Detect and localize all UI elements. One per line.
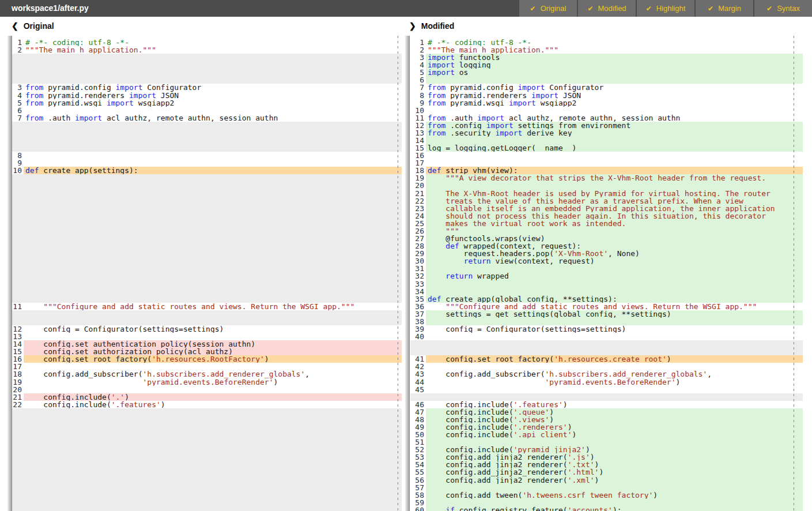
- diff-row: 55 config.add_jinja2_renderer('.html'): [410, 468, 803, 476]
- diff-row: 8: [12, 152, 402, 159]
- code-text: [426, 182, 803, 189]
- line-number: 42: [410, 363, 426, 370]
- pane-header-modified: ❯Modified: [409, 17, 454, 36]
- code-text: [426, 318, 803, 325]
- toggle-margin-button[interactable]: ✔ Margin: [696, 0, 753, 17]
- diff-row: 36 """Configure and add static routes an…: [410, 303, 803, 310]
- diff-row: 25 makes the virtual root work as intend…: [410, 220, 803, 227]
- diff-row: 19 """A view decorator that strips the X…: [410, 174, 803, 182]
- diff-row: 44 'pyramid.events.BeforeRender'): [410, 378, 803, 386]
- diff-row: 9from pyramid.wsgi import wsgiapp2: [410, 99, 803, 107]
- code-text: import logging: [426, 61, 803, 69]
- diff-row: 20: [410, 182, 803, 189]
- code-text: from pyramid.renderers import JSON: [426, 92, 803, 99]
- diff-row: 3import functools: [410, 54, 803, 61]
- code-text: from .auth import acl_authz, remote_auth…: [24, 114, 402, 122]
- filler-row: [410, 393, 803, 401]
- line-number: 59: [410, 499, 426, 506]
- check-icon: ✔: [587, 5, 593, 13]
- diff-row: 7from pyramid.config import Configurator: [410, 84, 803, 91]
- diff-row: 48 config.include('.views'): [410, 416, 803, 423]
- line-number: 25: [410, 220, 426, 227]
- line-number: 55: [410, 468, 426, 476]
- line-number: 22: [12, 401, 24, 408]
- diff-row: 5from pyramid.wsgi import wsgiapp2: [12, 99, 402, 107]
- code-text: [24, 333, 402, 340]
- line-number: 9: [410, 99, 426, 107]
- code-text: config.set_authorization_policy(acl_auth…: [24, 348, 402, 355]
- diff-row: 38: [410, 318, 803, 325]
- code-text: [426, 499, 803, 506]
- button-label: Highlight: [656, 4, 686, 13]
- line-number: 60: [410, 506, 426, 511]
- line-number: 8: [410, 92, 426, 99]
- toggle-syntax-button[interactable]: ✔ Syntax: [754, 0, 812, 17]
- diff-row: 19 'pyramid.events.BeforeRender'): [12, 378, 402, 386]
- filler-row: [12, 318, 402, 325]
- filler-row: [12, 227, 402, 235]
- diff-row: 23 callable itself is an embedded Pyrami…: [410, 205, 803, 212]
- button-label: Syntax: [777, 4, 800, 13]
- diff-row: 12from .config import settings_from_envi…: [410, 122, 803, 129]
- code-text: callable itself is an embedded Pyramid a…: [426, 205, 803, 212]
- toggle-modified-button[interactable]: ✔ Modified: [578, 0, 636, 17]
- line-number: 15: [12, 348, 24, 355]
- filler-row: [12, 76, 402, 84]
- line-number: 3: [12, 84, 24, 91]
- diff-row: 52 config.include('pyramid_jinja2'): [410, 446, 803, 453]
- toggle-highlight-button[interactable]: ✔ Highlight: [637, 0, 694, 17]
- line-number: 16: [410, 152, 426, 159]
- line-number: 6: [12, 107, 24, 114]
- filler-row: [12, 423, 402, 431]
- toggle-original-button[interactable]: ✔ Original: [519, 0, 577, 17]
- code-text: def create_app(settings):: [24, 167, 402, 174]
- code-text: def strip_vhm(view):: [426, 167, 803, 174]
- line-number: 43: [410, 370, 426, 378]
- line-number: 10: [410, 107, 426, 114]
- modified-pane: 1# -*- coding: utf-8 -*-2"""The main h a…: [405, 36, 803, 511]
- diff-row: 1# -*- coding: utf-8 -*-: [12, 39, 402, 46]
- code-text: config.include('.'): [24, 393, 402, 401]
- diff-row: 16: [410, 152, 803, 159]
- diff-row: 11from .auth import acl_authz, remote_au…: [410, 114, 803, 122]
- line-number: 8: [12, 152, 24, 159]
- line-number: 23: [410, 205, 426, 212]
- filler-row: [12, 491, 402, 499]
- filler-row: [12, 438, 402, 446]
- line-number: 1: [410, 39, 426, 46]
- code-text: """Configure and add static routes and v…: [24, 303, 402, 310]
- filler-row: [12, 468, 402, 476]
- diff-row: 29 request.headers.pop('X-Vhm-Root', Non…: [410, 250, 803, 257]
- code-text: [426, 265, 803, 272]
- pane-title: Modified: [421, 21, 455, 31]
- line-number: 39: [410, 325, 426, 333]
- diff-row: 31: [410, 265, 803, 272]
- filler-row: [12, 205, 402, 212]
- diff-row: 6: [410, 76, 803, 84]
- line-number: 19: [410, 174, 426, 182]
- code-text: config.add_jinja2_renderer('.js'): [426, 453, 803, 461]
- filler-row: [12, 250, 402, 257]
- line-number: 27: [410, 235, 426, 242]
- code-text: config.add_jinja2_renderer('.txt'): [426, 461, 803, 468]
- filler-row: [12, 197, 402, 205]
- line-number: 48: [410, 416, 426, 423]
- filler-row: [12, 174, 402, 182]
- diff-row: 50 config.include('.api_client'): [410, 431, 803, 438]
- line-number: 50: [410, 431, 426, 438]
- code-text: from .auth import acl_authz, remote_auth…: [426, 114, 803, 122]
- code-text: config.include('.features'): [24, 401, 402, 408]
- code-text: import os: [426, 69, 803, 76]
- line-number: 5: [12, 99, 24, 107]
- code-text: from .config import settings_from_enviro…: [426, 122, 803, 129]
- line-number: 31: [410, 265, 426, 272]
- diff-row: 22 treats the value of this header as a …: [410, 197, 803, 205]
- code-text: [426, 76, 803, 84]
- filler-row: [12, 272, 402, 280]
- diff-row: 35def create_app(global_config, **settin…: [410, 295, 803, 303]
- line-number: 20: [410, 182, 426, 189]
- code-text: """The main h application.""": [426, 46, 803, 54]
- pane-title: Original: [24, 21, 54, 31]
- code-text: should not process this header again. In…: [426, 212, 803, 220]
- code-text: [24, 152, 402, 159]
